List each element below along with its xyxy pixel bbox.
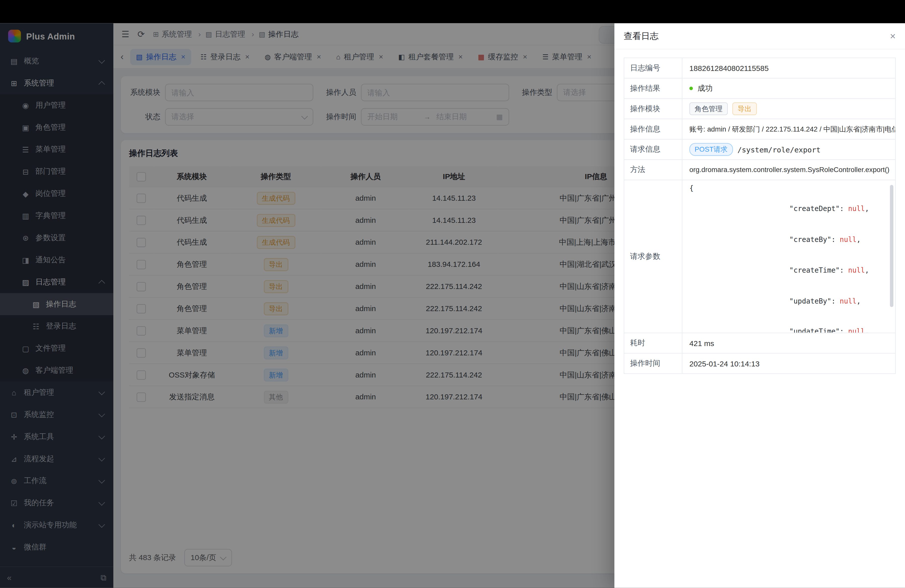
desc-row-info: 操作信息 账号: admin / 研发部门 / 222.175.114.242 … xyxy=(624,119,895,140)
request-path: /system/role/export xyxy=(737,145,821,154)
drawer-header: 查看日志 × xyxy=(614,23,905,49)
json-code-block[interactable]: { "createDept": null, "createBy": null, xyxy=(683,180,895,333)
operation-info-value: 账号: admin / 研发部门 / 222.175.114.242 / 中国|… xyxy=(683,119,895,139)
desc-row-result: 操作结果 成功 xyxy=(624,78,895,99)
json-open-brace: { xyxy=(689,184,886,194)
json-lines: "createDept": null, "createBy": null, "c… xyxy=(689,194,886,332)
request-info-value: POST请求 /system/role/export xyxy=(683,140,895,159)
json-line: "updateTime": null, xyxy=(689,317,886,332)
desc-label: 请求参数 xyxy=(624,180,682,333)
log-id-value: 1882612840802115585 xyxy=(683,58,895,78)
desc-label: 操作结果 xyxy=(624,78,682,99)
close-icon[interactable]: × xyxy=(890,31,896,41)
json-null-value: null xyxy=(848,205,865,213)
json-key: "createTime" xyxy=(789,266,840,274)
result-value: 成功 xyxy=(683,78,895,99)
module-action-tag: 导出 xyxy=(732,102,757,115)
module-value: 角色管理 导出 xyxy=(683,99,895,119)
desc-row-method: 方法 org.dromara.system.controller.system.… xyxy=(624,160,895,180)
desc-label: 请求信息 xyxy=(624,140,682,159)
desc-row-params: 请求参数 { "createDept": null, "createBy": xyxy=(624,180,895,333)
json-line: "createBy": null, xyxy=(689,224,886,255)
module-tag: 角色管理 xyxy=(689,102,728,115)
desc-label: 耗时 xyxy=(624,333,682,353)
scrollbar-thumb[interactable] xyxy=(890,185,894,307)
desc-row-log-id: 日志编号 1882612840802115585 xyxy=(624,58,895,78)
desc-label: 日志编号 xyxy=(624,58,682,78)
code-scrollbar xyxy=(890,184,894,329)
operation-time-value: 2025-01-24 10:14:13 xyxy=(683,354,895,373)
desc-row-module: 操作模块 角色管理 导出 xyxy=(624,99,895,119)
screen: Plus Admin ▤ 概览 ⊞ 系统管理 ◉ 用户管理 xyxy=(0,0,905,588)
desc-label: 方法 xyxy=(624,160,682,180)
view-log-drawer: 查看日志 × 日志编号 1882612840802115585 操作结果 成功 xyxy=(614,23,905,588)
json-null-value: null xyxy=(848,266,865,274)
duration-value: 421 ms xyxy=(683,333,895,353)
success-status-dot xyxy=(689,87,693,90)
desc-label: 操作模块 xyxy=(624,99,682,119)
json-line: "createDept": null, xyxy=(689,194,886,224)
log-descriptions: 日志编号 1882612840802115585 操作结果 成功 操作模块 xyxy=(624,57,896,374)
result-text: 成功 xyxy=(698,83,713,94)
method-value: org.dromara.system.controller.system.Sys… xyxy=(683,160,895,180)
json-key: "createBy" xyxy=(789,235,831,243)
json-key: "createDept" xyxy=(789,205,840,213)
json-key: "updateBy" xyxy=(789,297,831,305)
json-null-value: null xyxy=(848,327,865,332)
request-params-value: { "createDept": null, "createBy": null, xyxy=(683,180,895,333)
desc-label: 操作时间 xyxy=(624,354,682,373)
post-method-tag: POST请求 xyxy=(689,143,733,156)
desc-row-duration: 耗时 421 ms xyxy=(624,333,895,354)
desc-row-request: 请求信息 POST请求 /system/role/export xyxy=(624,140,895,160)
desc-label: 操作信息 xyxy=(624,119,682,139)
app-window: Plus Admin ▤ 概览 ⊞ 系统管理 ◉ 用户管理 xyxy=(0,23,905,588)
drawer-title: 查看日志 xyxy=(624,30,659,41)
json-line: "updateBy": null, xyxy=(689,286,886,317)
json-key: "updateTime" xyxy=(789,327,840,332)
json-null-value: null xyxy=(840,297,856,305)
json-line: "createTime": null, xyxy=(689,255,886,286)
desc-row-time: 操作时间 2025-01-24 10:14:13 xyxy=(624,354,895,373)
json-null-value: null xyxy=(840,235,856,243)
drawer-body: 日志编号 1882612840802115585 操作结果 成功 操作模块 xyxy=(614,49,905,382)
